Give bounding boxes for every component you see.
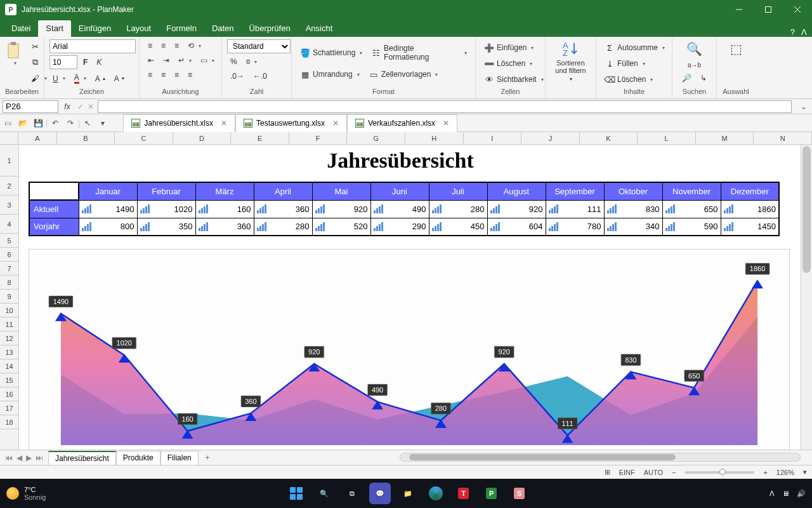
textmaker-taskbar[interactable]: T (453, 483, 475, 504)
qa-redo[interactable]: ↷ (63, 116, 78, 130)
row-header[interactable]: 3 (0, 196, 18, 215)
row-header[interactable]: 18 (0, 415, 18, 429)
vertical-scrollbar[interactable] (801, 145, 812, 450)
column-header[interactable]: J (521, 132, 580, 144)
chart[interactable]: 149010201603609204902809201118306501860 (29, 249, 790, 450)
find-button[interactable]: 🔍 (683, 39, 705, 58)
start-button[interactable] (285, 483, 307, 504)
italic-button[interactable]: K (93, 55, 105, 69)
doc-tab[interactable]: Verkaufszahlen.xlsx✕ (347, 114, 457, 132)
sheet-nav-prev[interactable]: ◀ (15, 453, 23, 462)
sheet-nav-last[interactable]: ⏭ (34, 453, 44, 462)
visibility-button[interactable]: 👁Sichtbarkeit (481, 72, 547, 86)
number-format-combo[interactable]: Standard (227, 39, 291, 53)
sheet-tab[interactable]: Jahresübersicht (48, 451, 116, 465)
font-size-combo[interactable] (49, 55, 77, 69)
explorer-taskbar[interactable]: 📁 (397, 483, 419, 504)
column-header[interactable]: F (289, 132, 348, 144)
column-header[interactable]: G (347, 132, 405, 144)
shading-button[interactable]: 🪣Schattierung (297, 42, 365, 64)
align-right[interactable]: ≡ (171, 69, 182, 81)
currency-button[interactable]: ¤ (243, 55, 261, 68)
grow-font-button[interactable]: A▴ (92, 71, 108, 86)
replace-button[interactable]: a→b (684, 60, 704, 70)
row-header[interactable]: 8 (0, 276, 18, 290)
column-header[interactable]: K (580, 132, 638, 144)
close-icon[interactable]: ✕ (332, 119, 339, 128)
row-header[interactable]: 14 (0, 359, 18, 373)
menu-insert[interactable]: Einfügen (71, 20, 119, 37)
shrink-font-button[interactable]: A▾ (111, 71, 128, 86)
accept-formula-icon[interactable]: ✕ (88, 102, 94, 111)
select-button[interactable]: ⬚ (727, 39, 745, 58)
zoom-find[interactable]: 🔎 (679, 72, 695, 84)
cond-format-button[interactable]: ☷Bedingte Formatierung (368, 42, 470, 64)
collapse-ribbon-icon[interactable]: ᐱ (801, 27, 807, 37)
close-icon[interactable]: ✕ (443, 119, 449, 128)
align-left[interactable]: ≡ (145, 69, 155, 81)
merge-cells[interactable]: ▭ (197, 54, 218, 67)
qa-undo[interactable]: ↶ (48, 116, 63, 130)
cell-reference-input[interactable] (3, 100, 58, 113)
qa-new[interactable]: ▭ (0, 116, 15, 130)
bold-button[interactable]: F (80, 55, 91, 69)
insert-cells-button[interactable]: ➕Einfügen (481, 41, 537, 55)
inc-decimal[interactable]: .0→ (227, 70, 247, 83)
column-header[interactable]: I (464, 132, 522, 144)
delete-cells-button[interactable]: ➖Löschen (481, 57, 535, 70)
column-header[interactable]: L (638, 132, 696, 144)
weather-widget[interactable]: 7°CSonnig (6, 486, 46, 501)
edge-taskbar[interactable] (425, 483, 447, 504)
align-justify[interactable]: ≡ (185, 69, 195, 81)
menu-data[interactable]: Daten (204, 20, 242, 37)
menu-formulas[interactable]: Formeln (159, 20, 204, 37)
row-header[interactable]: 16 (0, 387, 18, 401)
planmaker-taskbar[interactable]: P (481, 483, 502, 504)
align-middle[interactable]: ≡ (158, 39, 169, 52)
zoom-dropdown-icon[interactable]: ▾ (803, 468, 807, 476)
border-button[interactable]: ▦Umrandung (297, 67, 363, 81)
align-top[interactable]: ≡ (145, 39, 155, 52)
zoom-slider[interactable] (684, 471, 754, 474)
autosum-button[interactable]: ΣAutosumme (601, 41, 668, 55)
row-header[interactable]: 9 (0, 290, 18, 304)
clear-button[interactable]: ⌫Löschen (601, 72, 656, 86)
sheet-tab[interactable]: Filialen (160, 451, 199, 465)
zoom-out[interactable]: − (672, 469, 676, 476)
column-header[interactable]: D (173, 132, 232, 144)
inc-indent[interactable]: ⇥ (160, 54, 173, 67)
column-header[interactable]: E (231, 132, 289, 144)
sheet-nav-next[interactable]: ▶ (25, 453, 33, 462)
orientation[interactable]: ⟲ (185, 39, 204, 52)
menu-start[interactable]: Start (38, 20, 70, 37)
row-header[interactable]: 11 (0, 318, 18, 331)
row-header[interactable]: 5 (0, 234, 18, 248)
close-icon[interactable]: ✕ (221, 119, 227, 128)
zoom-value[interactable]: 126% (776, 469, 794, 476)
column-header[interactable]: N (754, 132, 812, 144)
row-header[interactable]: 4 (0, 215, 18, 234)
status-table-icon[interactable]: ⊞ (605, 468, 610, 476)
expand-formula-icon[interactable]: ⌄ (796, 102, 812, 111)
qa-more[interactable]: ▾ (95, 116, 110, 130)
minimize-button[interactable] (724, 0, 754, 19)
percent-button[interactable]: % (227, 55, 240, 68)
close-button[interactable] (783, 0, 812, 19)
column-header[interactable]: H (405, 132, 464, 144)
dec-indent[interactable]: ⇤ (145, 54, 157, 67)
paste-button[interactable] (5, 39, 23, 67)
goto-button[interactable]: ↳ (697, 72, 710, 84)
task-view[interactable]: ⧉ (341, 483, 363, 504)
tray-chevron[interactable]: ᐱ (769, 490, 775, 498)
sort-filter-button[interactable]: AZ Sortieren und filtern▾ (551, 39, 591, 82)
menu-review[interactable]: Überprüfen (242, 20, 298, 37)
row-header[interactable]: 17 (0, 401, 18, 415)
qa-open[interactable]: 📂 (15, 116, 30, 130)
align-bottom[interactable]: ≡ (171, 39, 182, 52)
column-header[interactable]: A (18, 132, 56, 144)
sheet-tab[interactable]: Produkte (116, 451, 160, 465)
doc-tab[interactable]: Testauswertung.xlsx✕ (235, 114, 347, 132)
menu-layout[interactable]: Layout (119, 20, 159, 37)
column-header[interactable]: B (57, 132, 115, 144)
row-header[interactable]: 1 (0, 145, 18, 177)
